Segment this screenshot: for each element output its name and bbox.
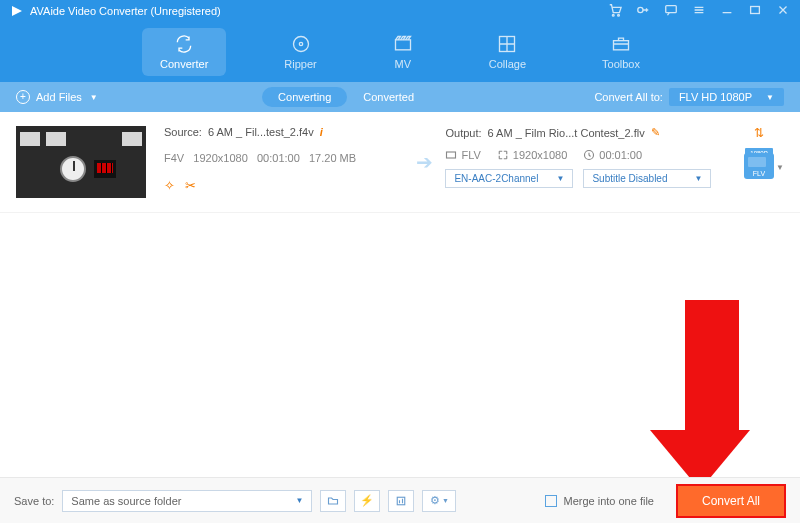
convert-all-button[interactable]: Convert All [676, 484, 786, 518]
save-path-value: Same as source folder [71, 495, 181, 507]
audio-track-select[interactable]: EN-AAC-2Channel▼ [445, 169, 573, 188]
add-files-label: Add Files [36, 91, 82, 103]
tab-label: Collage [489, 58, 526, 70]
output-format-select[interactable]: FLV HD 1080P ▼ [669, 88, 784, 106]
annotation-arrow [673, 300, 750, 490]
source-label: Source: [164, 126, 202, 138]
task-button[interactable] [388, 490, 414, 512]
menu-icon[interactable] [692, 3, 706, 19]
tab-ripper[interactable]: Ripper [266, 28, 334, 76]
subtitle-select[interactable]: Subtitle Disabled▼ [583, 169, 711, 188]
info-icon[interactable]: i [320, 126, 323, 138]
svg-rect-10 [447, 152, 456, 158]
chevron-down-icon: ▼ [776, 163, 784, 172]
merge-label: Merge into one file [563, 495, 654, 507]
svg-rect-9 [614, 41, 629, 50]
out-format: FLV [461, 149, 480, 161]
merge-checkbox[interactable]: Merge into one file [545, 495, 654, 507]
checkbox-icon [545, 495, 557, 507]
main-tabs: Converter Ripper MV Collage Toolbox [0, 22, 800, 82]
chevron-down-icon: ▼ [295, 496, 303, 505]
cart-icon[interactable] [608, 3, 622, 19]
output-filename: 6 AM _ Film Rio...t Contest_2.flv [488, 127, 645, 139]
svg-point-6 [299, 42, 302, 45]
video-icon [445, 149, 457, 161]
output-label: Output: [445, 127, 481, 139]
chevron-down-icon: ▼ [90, 93, 98, 102]
source-size: 17.20 MB [309, 152, 356, 164]
settings-button[interactable]: ⚙▼ [422, 490, 456, 512]
app-title: AVAide Video Converter (Unregistered) [30, 5, 221, 17]
subtab-converted[interactable]: Converted [347, 87, 430, 107]
tab-toolbox[interactable]: Toolbox [584, 28, 658, 76]
source-filename: 6 AM _ Fil...test_2.f4v [208, 126, 314, 138]
key-icon[interactable] [636, 3, 650, 19]
compress-icon[interactable]: ⇅ [754, 126, 764, 140]
close-icon[interactable] [776, 3, 790, 19]
add-files-button[interactable]: + Add Files ▼ [16, 90, 98, 104]
format-selector[interactable]: FLV ▼ [744, 153, 774, 179]
tab-label: Converter [160, 58, 208, 70]
resolution-icon [497, 149, 509, 161]
tab-converter[interactable]: Converter [142, 28, 226, 76]
out-duration: 00:01:00 [599, 149, 642, 161]
tab-label: Ripper [284, 58, 316, 70]
maximize-icon[interactable] [748, 3, 762, 19]
subtab-converting[interactable]: Converting [262, 87, 347, 107]
chevron-down-icon: ▼ [766, 93, 774, 102]
tab-label: MV [394, 58, 411, 70]
save-to-label: Save to: [14, 495, 54, 507]
out-resolution: 1920x1080 [513, 149, 567, 161]
source-format: F4V [164, 152, 184, 164]
edit-icon[interactable]: ✎ [651, 126, 660, 139]
pin-icon[interactable]: ✧ [164, 178, 175, 193]
convert-all-to-label: Convert All to: [594, 91, 662, 103]
titlebar: AVAide Video Converter (Unregistered) [0, 0, 800, 22]
open-folder-button[interactable] [320, 490, 346, 512]
svg-rect-4 [751, 7, 760, 14]
svg-rect-7 [395, 40, 410, 50]
app-logo [10, 4, 24, 18]
bottom-bar: Save to: Same as source folder ▼ ⚡ ⚙▼ Me… [0, 477, 800, 523]
tab-mv[interactable]: MV [375, 28, 431, 76]
source-resolution: 1920x1080 [193, 152, 247, 164]
cut-icon[interactable]: ✂ [185, 178, 196, 193]
svg-point-2 [638, 7, 643, 12]
svg-point-0 [612, 14, 614, 16]
plus-icon: + [16, 90, 30, 104]
video-thumbnail[interactable] [16, 126, 146, 198]
svg-rect-12 [398, 497, 406, 505]
svg-point-1 [618, 14, 620, 16]
sub-toolbar: + Add Files ▼ Converting Converted Conve… [0, 82, 800, 112]
chevron-down-icon: ▼ [695, 174, 703, 183]
feedback-icon[interactable] [664, 3, 678, 19]
tab-collage[interactable]: Collage [471, 28, 544, 76]
boost-button[interactable]: ⚡ [354, 490, 380, 512]
file-item: Source: 6 AM _ Fil...test_2.f4v i F4V 19… [0, 112, 800, 213]
save-path-select[interactable]: Same as source folder ▼ [62, 490, 312, 512]
chevron-down-icon: ▼ [557, 174, 565, 183]
output-format-value: FLV HD 1080P [679, 91, 752, 103]
clock-icon [583, 149, 595, 161]
tab-label: Toolbox [602, 58, 640, 70]
source-duration: 00:01:00 [257, 152, 300, 164]
arrow-right-icon: ➔ [416, 150, 433, 174]
svg-point-5 [293, 37, 308, 52]
minimize-icon[interactable] [720, 3, 734, 19]
